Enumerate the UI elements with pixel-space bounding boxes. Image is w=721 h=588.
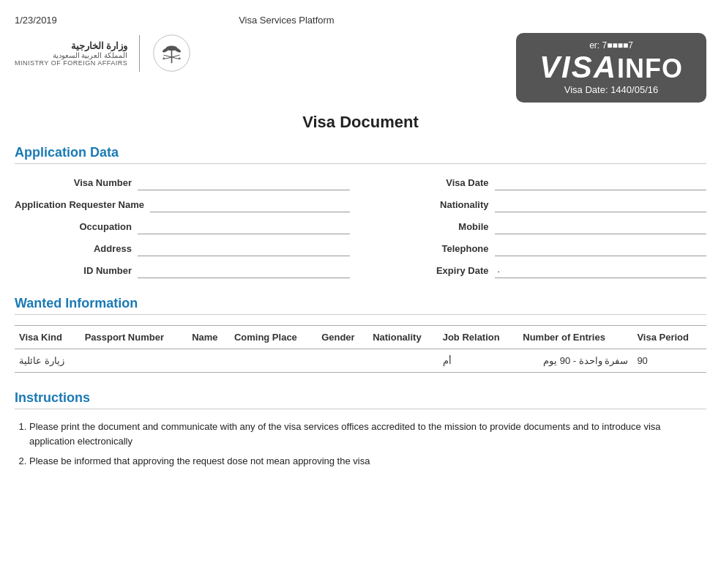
telephone-row: Telephone bbox=[372, 240, 707, 256]
instructions-section: Instructions Please print the document a… bbox=[15, 390, 706, 469]
form-right-col: Visa Date Nationality Mobile Telephone E… bbox=[372, 174, 707, 278]
instructions-list: Please print the document and communicat… bbox=[15, 420, 706, 469]
requester-name-value bbox=[150, 196, 350, 212]
table-row: زيارة عائلية أم سفرة واحدة - 90 يوم 90 bbox=[15, 349, 706, 373]
address-value bbox=[138, 240, 350, 256]
occupation-row: Occupation bbox=[15, 218, 350, 234]
mobile-value bbox=[495, 218, 707, 234]
visa-number-row: Visa Number bbox=[15, 174, 350, 190]
visa-date-label: Visa Date: bbox=[564, 84, 608, 95]
top-bar: 1/23/2019 Visa Services Platform bbox=[15, 15, 706, 26]
visa-date-value: 1440/05/16 bbox=[610, 84, 658, 95]
cell-coming-place bbox=[230, 349, 317, 373]
col-name: Name bbox=[187, 326, 230, 349]
application-data-grid: Visa Number Application Requester Name O… bbox=[15, 174, 706, 278]
logo-mfa: MINISTRY OF FOREIGN AFFAIRS bbox=[15, 59, 127, 67]
col-coming-place: Coming Place bbox=[230, 326, 317, 349]
saudi-emblem bbox=[152, 33, 192, 73]
nationality-value bbox=[495, 196, 707, 212]
cell-job-relation: أم bbox=[438, 349, 519, 373]
col-visa-period: Visa Period bbox=[632, 326, 706, 349]
platform-text: Visa Services Platform bbox=[57, 15, 516, 26]
cell-number-of-entries: سفرة واحدة - 90 يوم bbox=[518, 349, 632, 373]
visa-date-form-label: Visa Date bbox=[372, 177, 489, 188]
top-content: وزارة الخارجية المملكة العربية السعودية … bbox=[15, 33, 706, 103]
instruction-item-1: Please print the document and communicat… bbox=[29, 420, 706, 448]
col-gender: Gender bbox=[317, 326, 368, 349]
expiry-date-row: Expiry Date . bbox=[372, 262, 707, 278]
id-number-value bbox=[138, 262, 350, 278]
cell-visa-period: 90 bbox=[632, 349, 706, 373]
occupation-label: Occupation bbox=[15, 221, 132, 232]
cell-nationality bbox=[368, 349, 438, 373]
visa-date-form-value bbox=[495, 174, 707, 190]
visa-number-prefix: er: bbox=[589, 40, 602, 51]
col-number-of-entries: Number of Entries bbox=[518, 326, 632, 349]
wanted-info-table: Visa Kind Passport Number Name Coming Pl… bbox=[15, 325, 706, 373]
visa-info-box: er: 7■■■■7 VISAINFO Visa Date: 1440/05/1… bbox=[516, 33, 706, 103]
application-data-section: Application Data Visa Number Application… bbox=[15, 145, 706, 278]
form-left-col: Visa Number Application Requester Name O… bbox=[15, 174, 350, 278]
expiry-date-label: Expiry Date bbox=[372, 265, 489, 276]
col-nationality: Nationality bbox=[368, 326, 438, 349]
id-number-row: ID Number bbox=[15, 262, 350, 278]
id-number-label: ID Number bbox=[15, 265, 132, 276]
application-data-title: Application Data bbox=[15, 145, 706, 164]
date-text: 1/23/2019 bbox=[15, 15, 57, 26]
cell-passport-number bbox=[81, 349, 188, 373]
visa-number-label: Visa Number bbox=[15, 177, 132, 188]
logo-arabic-sub: المملكة العربية السعودية bbox=[15, 51, 127, 59]
nationality-row: Nationality bbox=[372, 196, 707, 212]
requester-name-row: Application Requester Name bbox=[15, 196, 350, 212]
nationality-label: Nationality bbox=[372, 199, 489, 210]
visa-date-row: Visa Date bbox=[372, 174, 707, 190]
telephone-label: Telephone bbox=[372, 243, 489, 254]
cell-name bbox=[187, 349, 230, 373]
logo-left: وزارة الخارجية المملكة العربية السعودية … bbox=[15, 40, 127, 67]
expiry-date-value: . bbox=[495, 262, 707, 278]
table-header-row: Visa Kind Passport Number Name Coming Pl… bbox=[15, 326, 706, 349]
col-passport-number: Passport Number bbox=[81, 326, 188, 349]
requester-name-label: Application Requester Name bbox=[15, 199, 144, 210]
address-label: Address bbox=[15, 243, 132, 254]
visa-info-main-text: VISAINFO bbox=[529, 52, 693, 83]
address-row: Address bbox=[15, 240, 350, 256]
header-logos: وزارة الخارجية المملكة العربية السعودية … bbox=[15, 33, 192, 73]
instructions-title: Instructions bbox=[15, 390, 706, 409]
logo-divider bbox=[139, 35, 140, 72]
wanted-information-section: Wanted Information Visa Kind Passport Nu… bbox=[15, 296, 706, 373]
cell-gender bbox=[317, 349, 368, 373]
col-job-relation: Job Relation bbox=[438, 326, 519, 349]
mobile-label: Mobile bbox=[372, 221, 489, 232]
telephone-value bbox=[495, 240, 707, 256]
cell-visa-kind: زيارة عائلية bbox=[15, 349, 81, 373]
visa-number-value: 7■■■■7 bbox=[602, 40, 633, 51]
instruction-item-2: Please be informed that approving the re… bbox=[29, 454, 706, 469]
visa-number-line: er: 7■■■■7 bbox=[529, 40, 693, 51]
occupation-value bbox=[138, 218, 350, 234]
visa-number-value-field bbox=[138, 174, 350, 190]
col-visa-kind: Visa Kind bbox=[15, 326, 81, 349]
visa-date-line: Visa Date: 1440/05/16 bbox=[529, 84, 693, 95]
mobile-row: Mobile bbox=[372, 218, 707, 234]
logo-arabic-main: وزارة الخارجية bbox=[15, 40, 127, 51]
page-title: Visa Document bbox=[15, 113, 706, 132]
wanted-information-title: Wanted Information bbox=[15, 296, 706, 315]
